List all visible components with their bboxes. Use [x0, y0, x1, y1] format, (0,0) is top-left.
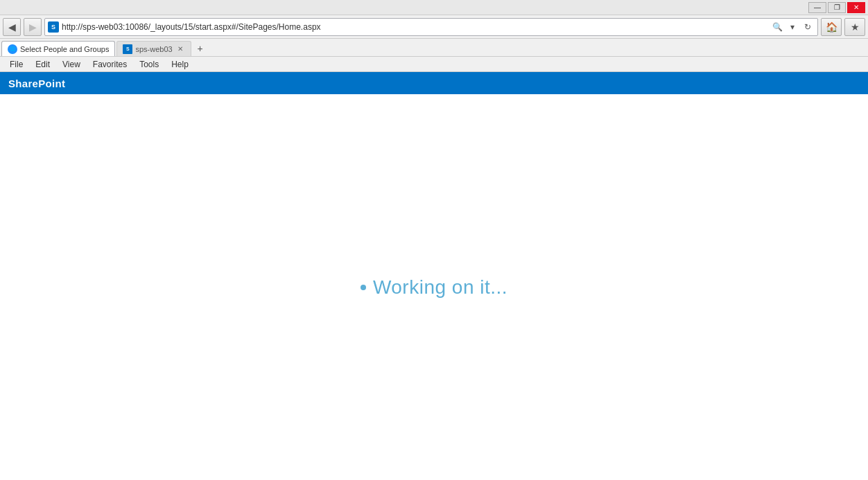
- toolbar-area: 🏠 ★: [821, 18, 865, 36]
- tab-sps-web03-label: sps-web03: [135, 45, 172, 53]
- minimize-button[interactable]: —: [808, 2, 826, 13]
- main-content: Working on it...: [0, 94, 868, 480]
- tab-sp-icon: S: [123, 44, 132, 54]
- dropdown-button[interactable]: ▾: [785, 20, 799, 34]
- close-button[interactable]: ✕: [847, 2, 865, 13]
- new-tab-button[interactable]: +: [193, 41, 208, 56]
- working-container: Working on it...: [361, 276, 507, 299]
- title-bar: — ❐ ✕: [0, 0, 868, 15]
- sharepoint-header: SharePoint: [0, 72, 868, 94]
- forward-button[interactable]: ▶: [24, 18, 42, 36]
- tab-select-people[interactable]: 🌐 Select People and Groups: [1, 41, 115, 56]
- home-button[interactable]: 🏠: [821, 18, 842, 36]
- tab-globe-icon: 🌐: [8, 44, 17, 54]
- menu-bar: File Edit View Favorites Tools Help: [0, 57, 868, 72]
- address-bar-icon: S: [48, 21, 59, 33]
- restore-button[interactable]: ❐: [828, 2, 846, 13]
- refresh-button[interactable]: ↻: [801, 20, 815, 34]
- tab-sps-web03[interactable]: S sps-web03 ✕: [116, 41, 191, 56]
- menu-help[interactable]: Help: [166, 58, 194, 71]
- working-text: Working on it...: [373, 276, 507, 299]
- menu-view[interactable]: View: [57, 58, 86, 71]
- menu-file[interactable]: File: [4, 58, 28, 71]
- navigation-bar: ◀ ▶ S http://sps-web03:10086/_layouts/15…: [0, 15, 868, 39]
- tab-close-button[interactable]: ✕: [175, 44, 185, 54]
- menu-favorites[interactable]: Favorites: [87, 58, 132, 71]
- favorites-button[interactable]: ★: [844, 18, 865, 36]
- tab-select-people-label: Select People and Groups: [20, 45, 109, 53]
- tabs-bar: 🌐 Select People and Groups S sps-web03 ✕…: [0, 39, 868, 57]
- address-text[interactable]: http://sps-web03:10086/_layouts/15/start…: [62, 22, 767, 32]
- search-button[interactable]: 🔍: [770, 20, 784, 34]
- menu-edit[interactable]: Edit: [30, 58, 55, 71]
- menu-tools[interactable]: Tools: [134, 58, 164, 71]
- spinner-dot: [361, 285, 366, 290]
- address-bar-actions: 🔍 ▾ ↻: [770, 20, 815, 34]
- window-controls: — ❐ ✕: [808, 2, 865, 13]
- sharepoint-logo: SharePoint: [8, 78, 65, 89]
- back-button[interactable]: ◀: [3, 18, 21, 36]
- address-bar: S http://sps-web03:10086/_layouts/15/sta…: [44, 18, 818, 36]
